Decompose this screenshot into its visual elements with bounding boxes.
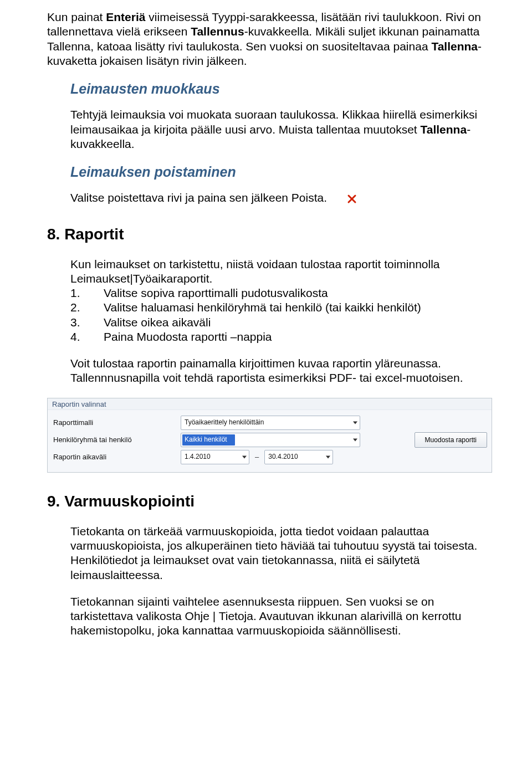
backup-block: Tietokanta on tärkeää varmuuskopioida, j… [47, 524, 492, 638]
report-options-panel: Raportin valinnat Raporttimalli Työaikae… [47, 398, 492, 473]
date-to-input[interactable]: 30.4.2010 [264, 450, 333, 464]
reports-steps-list: 1.Valitse sopiva raporttimalli pudotusva… [70, 286, 492, 344]
intro-paragraph: Kun painat Enteriä viimeisessä Tyyppi-sa… [47, 10, 492, 68]
keyword-save-icon: Tallennus [191, 25, 244, 38]
list-text: Valitse sopiva raporttimalli pudotusvali… [104, 286, 492, 300]
text: Valitse poistettava rivi ja paina sen jä… [70, 191, 327, 204]
delete-paragraph: Valitse poistettava rivi ja paina sen jä… [70, 191, 492, 205]
date-value: 30.4.2010 [268, 453, 298, 461]
keyword-save: Tallenna [421, 123, 467, 136]
range-separator: – [255, 453, 259, 462]
person-dropdown[interactable]: Kaikki henkilöt [181, 433, 360, 447]
label-person: Henkilöryhmä tai henkilö [53, 436, 181, 444]
label-date-range: Raportin aikaväli [53, 453, 181, 462]
keyword-save: Tallenna [431, 40, 478, 53]
list-number: 1. [70, 286, 104, 300]
chevron-down-icon [242, 455, 247, 458]
list-item: 1.Valitse sopiva raporttimalli pudotusva… [70, 286, 492, 300]
keyword-enter: Enteriä [106, 11, 145, 23]
list-item: 4.Paina Muodosta raportti –nappia [70, 330, 492, 344]
reports-intro: Kun leimaukset on tarkistettu, niistä vo… [70, 257, 492, 286]
reports-note: Voit tulostaa raportin painamalla kirjoi… [70, 356, 492, 386]
heading-reports: 8. Raportit [47, 224, 492, 244]
chevron-down-icon [353, 421, 357, 424]
dropdown-value: Työaikaerittely henkilöittäin [185, 418, 264, 427]
dropdown-value: Kaikki henkilöt [185, 436, 227, 444]
edit-paragraph: Tehtyjä leimauksia voi muokata suoraan t… [70, 107, 492, 151]
page-container: Kun painat Enteriä viimeisessä Tyyppi-sa… [0, 0, 532, 655]
text: Tehtyjä leimauksia voi muokata suoraan t… [70, 108, 477, 135]
label-report-template: Raporttimalli [53, 418, 181, 427]
list-number: 3. [70, 315, 104, 330]
chevron-down-icon [353, 438, 357, 441]
form-rows: Raporttimalli Työaikaerittely henkilöitt… [48, 410, 492, 472]
report-template-dropdown[interactable]: Työaikaerittely henkilöittäin [181, 416, 360, 430]
text: Kun painat [47, 11, 106, 23]
row-date-range: Raportin aikaväli 1.4.2010 – 30.4.2010 [53, 450, 487, 464]
list-number: 2. [70, 300, 104, 315]
row-person: Henkilöryhmä tai henkilö Kaikki henkilöt… [53, 432, 487, 448]
chevron-down-icon [326, 455, 330, 458]
heading-delete-stamp: Leimauksen poistaminen [70, 163, 492, 181]
date-from-input[interactable]: 1.4.2010 [181, 450, 249, 464]
generate-report-button[interactable]: Muodosta raportti [415, 432, 487, 448]
list-text: Paina Muodosta raportti –nappia [104, 330, 492, 344]
row-report-template: Raporttimalli Työaikaerittely henkilöitt… [53, 416, 487, 430]
reports-block: Kun leimaukset on tarkistettu, niistä vo… [47, 257, 492, 386]
heading-edit-stamps: Leimausten muokkaus [70, 80, 492, 98]
list-number: 4. [70, 330, 104, 344]
heading-backup: 9. Varmuuskopiointi [47, 491, 492, 511]
list-item: 2.Valitse haluamasi henkilöryhmä tai hen… [70, 300, 492, 315]
backup-paragraph-2: Tietokannan sijainti vaihtelee asennukse… [70, 595, 492, 638]
date-value: 1.4.2010 [185, 453, 211, 461]
group-title: Raportin valinnat [48, 398, 492, 410]
backup-paragraph-1: Tietokanta on tärkeää varmuuskopioida, j… [70, 524, 492, 582]
list-text: Valitse haluamasi henkilöryhmä tai henki… [104, 300, 492, 315]
list-item: 3.Valitse oikea aikaväli [70, 315, 492, 330]
indent-block: Leimausten muokkaus Tehtyjä leimauksia v… [47, 80, 492, 206]
delete-icon [347, 194, 357, 204]
list-text: Valitse oikea aikaväli [104, 315, 492, 330]
